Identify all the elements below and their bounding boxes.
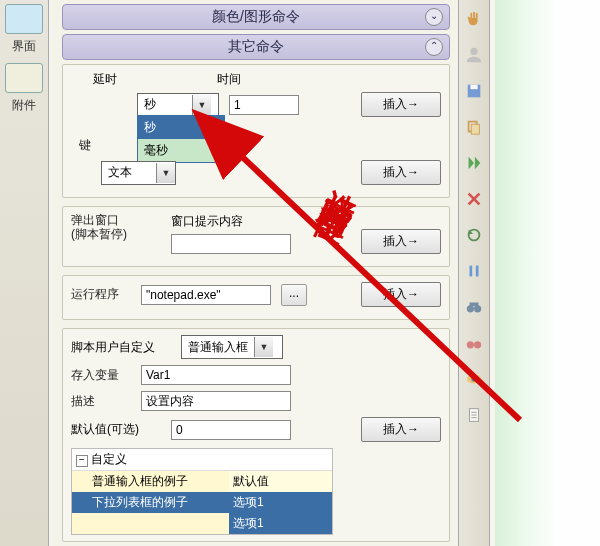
- svg-point-7: [467, 305, 474, 312]
- desc-input[interactable]: [141, 391, 291, 411]
- search-replace-icon[interactable]: [465, 334, 483, 352]
- section-other[interactable]: 其它命令 ⌃: [62, 34, 450, 60]
- collapse-icon[interactable]: ⌃: [425, 38, 443, 56]
- right-toolbar: [458, 0, 490, 546]
- svg-rect-5: [470, 266, 473, 277]
- option-ms[interactable]: 毫秒: [138, 139, 224, 162]
- custom-tree[interactable]: −自定义 普通输入框的例子 默认值 下拉列表框的例子 选项1 选项1: [71, 448, 333, 535]
- section-color-shape-label: 颜色/图形命令: [212, 8, 300, 26]
- copy-icon[interactable]: [465, 118, 483, 136]
- svg-point-8: [474, 305, 481, 312]
- store-var-input[interactable]: [141, 365, 291, 385]
- label-store: 存入变量: [71, 367, 131, 384]
- document-icon[interactable]: [465, 406, 483, 424]
- collapse-icon[interactable]: ⌄: [425, 8, 443, 26]
- panel-popup: 弹出窗口 (脚本暂停) 窗口提示内容 插入→: [62, 206, 450, 267]
- delay-time-input[interactable]: [229, 95, 299, 115]
- label-default: 默认值(可选): [71, 421, 161, 438]
- label-prompt: 窗口提示内容: [171, 213, 351, 230]
- svg-rect-6: [476, 266, 479, 277]
- svg-rect-4: [471, 124, 479, 134]
- ui-tab-label[interactable]: 界面: [0, 38, 48, 55]
- hand-icon[interactable]: [465, 10, 483, 28]
- section-color-shape[interactable]: 颜色/图形命令 ⌄: [62, 4, 450, 30]
- collapse-icon[interactable]: −: [76, 455, 88, 467]
- browse-button[interactable]: ...: [281, 284, 307, 306]
- refresh-icon[interactable]: [465, 226, 483, 244]
- svg-point-0: [470, 48, 477, 55]
- delay-unit-dropdown: 秒 毫秒: [137, 115, 225, 163]
- delay-unit-combo[interactable]: 秒 秒 毫秒: [137, 93, 219, 117]
- panel-run: 运行程序 ... 插入→: [62, 275, 450, 320]
- insert-button[interactable]: 插入→: [361, 282, 441, 307]
- label-desc: 描述: [71, 393, 131, 410]
- panel-custom: 脚本用户自定义 普通输入框 存入变量 描述 默认值(可选) 插入→ −自定义: [62, 328, 450, 542]
- svg-rect-2: [470, 85, 477, 90]
- svg-rect-9: [470, 303, 479, 307]
- key-type-combo[interactable]: 文本: [101, 161, 176, 185]
- delay-unit-value: 秒: [138, 96, 192, 113]
- label-key: 键: [71, 137, 91, 154]
- insert-button[interactable]: 插入→: [361, 417, 441, 442]
- attachment-tab-icon[interactable]: [5, 63, 43, 93]
- attachment-tab-label[interactable]: 附件: [0, 97, 48, 114]
- label-popup: 弹出窗口 (脚本暂停): [71, 213, 161, 242]
- pause-icon[interactable]: [465, 262, 483, 280]
- key-type-value: 文本: [102, 164, 156, 181]
- save-icon[interactable]: [465, 82, 483, 100]
- run-path-input[interactable]: [141, 285, 271, 305]
- svg-point-13: [471, 376, 476, 381]
- custom-input-type-value: 普通输入框: [182, 339, 254, 356]
- label-run: 运行程序: [71, 286, 131, 303]
- play-icon[interactable]: [465, 154, 483, 172]
- chevron-down-icon[interactable]: [156, 163, 175, 183]
- background-panel: [495, 0, 600, 546]
- user-icon[interactable]: [465, 46, 483, 64]
- ui-tab-icon[interactable]: [5, 4, 43, 34]
- svg-point-11: [474, 341, 481, 348]
- chevron-down-icon[interactable]: [192, 95, 211, 115]
- tree-row-selected[interactable]: 下拉列表框的例子 选项1: [72, 492, 332, 513]
- popup-prompt-input[interactable]: [171, 234, 291, 254]
- label-time: 时间: [217, 71, 241, 88]
- section-other-label: 其它命令: [228, 38, 284, 56]
- close-icon[interactable]: [465, 190, 483, 208]
- eye-icon[interactable]: [465, 370, 483, 388]
- label-delay: 延时: [93, 71, 117, 88]
- option-sec[interactable]: 秒: [138, 116, 224, 139]
- insert-button[interactable]: 插入→: [361, 92, 441, 117]
- tree-row[interactable]: 普通输入框的例子 默认值: [72, 471, 332, 492]
- binoculars-icon[interactable]: [465, 298, 483, 316]
- custom-input-type-combo[interactable]: 普通输入框: [181, 335, 283, 359]
- label-custom: 脚本用户自定义: [71, 339, 171, 356]
- tree-row[interactable]: 选项1: [72, 513, 332, 534]
- svg-point-10: [467, 341, 474, 348]
- tree-root[interactable]: −自定义: [72, 449, 332, 471]
- insert-button[interactable]: 插入→: [361, 229, 441, 254]
- default-input[interactable]: [171, 420, 291, 440]
- panel-delay: 延时 时间 秒 秒 毫秒 插入→ 键 文本: [62, 64, 450, 198]
- chevron-down-icon[interactable]: [254, 337, 273, 357]
